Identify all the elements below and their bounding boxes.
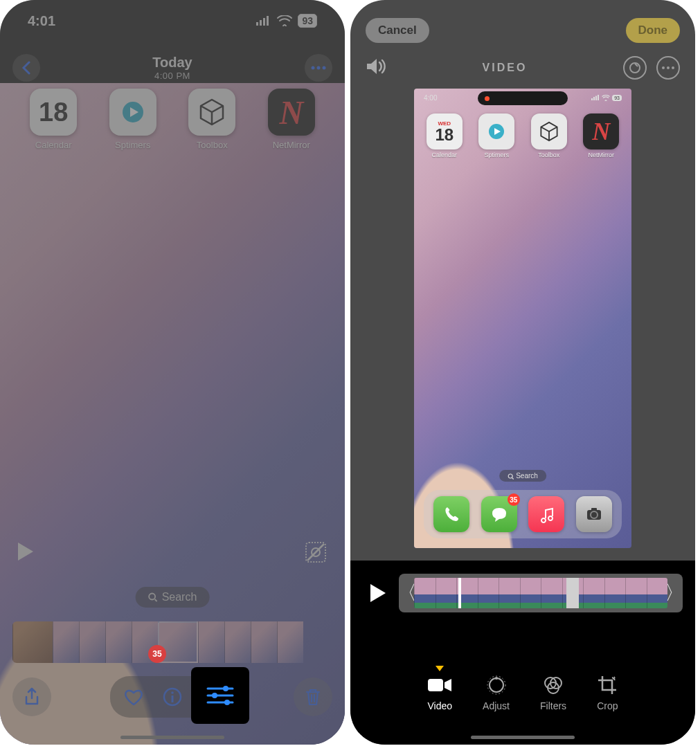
nav-bar: Today 4:00 PM (0, 50, 345, 86)
thumbnail-strip[interactable] (12, 621, 332, 663)
nav-title: Today 4:00 PM (152, 55, 192, 81)
svg-line-33 (512, 477, 514, 479)
trimmer[interactable]: 〈 〉 (399, 574, 683, 612)
svg-point-25 (667, 66, 670, 69)
thumbnail-badge: 35 (148, 645, 166, 663)
favorite-button[interactable] (114, 680, 153, 713)
svg-point-32 (508, 474, 512, 478)
svg-point-6 (322, 66, 325, 70)
tab-video[interactable]: Video (428, 674, 453, 711)
app-netmirror: N NetMirror (257, 89, 326, 150)
status-bar: 4:01 93 (0, 0, 345, 42)
svg-rect-0 (256, 22, 258, 26)
svg-rect-36 (591, 508, 597, 511)
battery-level: 93 (298, 14, 317, 28)
heart-icon (123, 688, 144, 706)
preview-time: 4:00 (424, 94, 437, 102)
share-icon (24, 687, 40, 707)
thumbnail[interactable] (251, 621, 277, 663)
frames-strip[interactable] (414, 578, 667, 608)
trash-icon (305, 687, 321, 707)
dial-icon (629, 62, 641, 74)
svg-point-5 (316, 66, 320, 70)
dock-music-icon (528, 496, 564, 532)
bottom-toolbar (12, 675, 332, 718)
video-icon (428, 677, 451, 693)
chevron-left-icon (21, 61, 31, 75)
dock-phone-icon (433, 496, 469, 532)
status-time: 4:01 (28, 13, 55, 29)
share-button[interactable] (12, 677, 51, 716)
editor-tabs: Video Adjust Filters Crop (350, 674, 695, 711)
svg-rect-28 (593, 97, 595, 100)
home-indicator[interactable] (120, 736, 224, 739)
svg-point-17 (223, 686, 228, 691)
more-button[interactable] (305, 54, 332, 82)
svg-line-10 (307, 544, 324, 561)
svg-rect-2 (263, 18, 265, 26)
editor-title: VIDEO (483, 62, 528, 74)
svg-point-21 (224, 700, 230, 705)
svg-line-12 (155, 599, 157, 601)
video-preview[interactable]: 4:00 93 WED18 Calendar Sptimers Toolbox (414, 89, 631, 548)
svg-point-19 (212, 693, 217, 698)
crop-icon (597, 675, 618, 695)
svg-point-11 (149, 594, 155, 600)
preview-dock: 35 (424, 490, 622, 538)
enhance-button[interactable] (623, 56, 647, 80)
search-icon (148, 592, 158, 602)
svg-point-24 (662, 66, 665, 69)
thumbnail[interactable] (277, 621, 303, 663)
thumbnail[interactable] (53, 621, 79, 663)
trim-handle-start[interactable]: 〈 (400, 574, 414, 612)
timeline-play-button[interactable] (363, 578, 393, 608)
live-off-icon (303, 540, 328, 565)
thumbnail[interactable] (105, 621, 132, 663)
edit-button[interactable] (191, 667, 249, 724)
thumbnail[interactable] (198, 621, 224, 663)
svg-point-26 (672, 66, 674, 69)
nav-title-sub: 4:00 PM (152, 71, 192, 81)
cellular-icon (591, 95, 600, 100)
play-icon (369, 583, 387, 603)
done-button[interactable]: Done (626, 18, 681, 43)
info-button[interactable] (153, 680, 192, 713)
tab-filters[interactable]: Filters (540, 674, 566, 711)
home-indicator[interactable] (471, 736, 575, 739)
app-calendar: 18 Calendar (19, 89, 88, 150)
wifi-icon (602, 95, 610, 101)
app-toolbox: Toolbox (177, 89, 246, 150)
playhead[interactable] (458, 578, 461, 608)
nav-title-main: Today (152, 55, 192, 71)
svg-rect-30 (598, 95, 599, 100)
mute-button[interactable] (366, 57, 386, 78)
svg-rect-15 (172, 695, 174, 702)
more-options-button[interactable] (656, 56, 680, 80)
thumbnail[interactable] (12, 621, 53, 663)
svg-rect-1 (260, 20, 262, 26)
cancel-button[interactable]: Cancel (366, 18, 429, 43)
messages-badge: 35 (508, 493, 520, 506)
tab-crop[interactable]: Crop (597, 674, 618, 711)
thumbnail[interactable] (79, 621, 105, 663)
svg-rect-29 (595, 96, 597, 101)
thumbnail[interactable] (224, 621, 251, 663)
svg-point-14 (171, 691, 174, 694)
dock-camera-icon (576, 496, 612, 532)
preview-search-pill: Search (499, 470, 546, 482)
trim-handle-end[interactable]: 〉 (667, 574, 681, 612)
app-sptimers: Sptimers (98, 89, 168, 150)
speaker-icon (366, 57, 386, 75)
delete-button[interactable] (294, 677, 332, 716)
dock-messages-icon: 35 (481, 496, 517, 532)
editor-header: VIDEO (350, 54, 695, 82)
back-button[interactable] (12, 54, 40, 82)
live-photo-toggle[interactable] (303, 540, 328, 567)
search-pill: Search (136, 587, 210, 608)
svg-rect-3 (267, 16, 269, 26)
svg-point-4 (311, 66, 314, 70)
tab-adjust[interactable]: Adjust (483, 674, 510, 711)
phone-video-editor: Cancel Done VIDEO 4:00 93 (350, 0, 695, 745)
play-button[interactable] (17, 541, 35, 565)
cellular-icon (256, 16, 271, 26)
